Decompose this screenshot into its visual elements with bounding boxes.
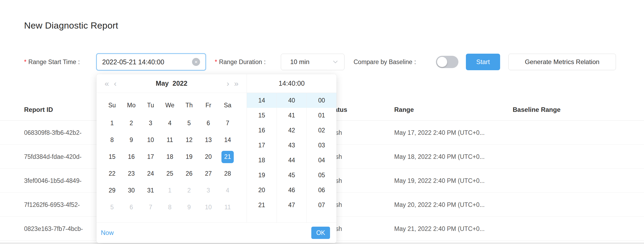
date-cell[interactable]: 13	[199, 132, 218, 148]
date-number: 20	[202, 151, 214, 163]
prev-month-button[interactable]: ‹	[114, 80, 117, 88]
compare-baseline-toggle[interactable]	[436, 56, 458, 68]
date-number: 1	[164, 184, 176, 197]
time-cell-hour[interactable]: 14	[247, 93, 277, 108]
time-cell-minute[interactable]: 40	[277, 93, 306, 108]
date-cell[interactable]: 1	[102, 115, 122, 132]
next-month-button[interactable]: ›	[227, 80, 229, 88]
calendar-panel: « ‹ May2022 › » SuMoTuWeThFrSa 123456789…	[97, 74, 247, 222]
date-cell[interactable]: 14	[218, 132, 237, 148]
weekday-label: We	[160, 99, 179, 111]
month-select[interactable]: May	[156, 80, 169, 87]
cell-report-id: 7f1262f6-6953-4f52-	[24, 201, 80, 208]
time-column-second: 0001020304050607	[306, 93, 336, 222]
date-cell[interactable]: 6	[122, 199, 141, 216]
time-cell-minute[interactable]: 44	[277, 153, 306, 168]
date-cell[interactable]: 17	[141, 148, 160, 165]
date-cell[interactable]: 19	[179, 148, 199, 165]
date-cell[interactable]: 8	[160, 199, 179, 216]
column-header-range: Range	[394, 106, 414, 113]
date-cell[interactable]: 4	[160, 115, 179, 132]
prev-year-button[interactable]: «	[105, 80, 109, 88]
date-cell[interactable]: 1	[160, 182, 179, 199]
date-cell[interactable]: 9	[179, 199, 199, 216]
cell-report-id: 068309f8-3fb6-42b2-	[24, 129, 82, 136]
date-cell[interactable]: 28	[218, 165, 237, 182]
time-cell-hour[interactable]: 15	[247, 108, 277, 123]
time-cell-second[interactable]: 02	[307, 123, 336, 138]
date-cell[interactable]: 26	[179, 165, 199, 182]
date-cell[interactable]: 15	[102, 148, 122, 165]
range-start-time-input[interactable]: 2022-05-21 14:40:00 ✕	[96, 53, 206, 70]
date-number: 3	[202, 184, 214, 197]
time-cell-second[interactable]: 06	[307, 183, 336, 198]
cell-range: May 20, 2022 2:40 PM (UTC+0...	[394, 201, 485, 208]
time-cell-hour[interactable]: 20	[247, 183, 277, 198]
now-link[interactable]: Now	[101, 229, 114, 237]
calendar-week-row: 2930311234	[102, 182, 247, 199]
date-cell[interactable]: 7	[141, 199, 160, 216]
date-cell[interactable]: 29	[102, 182, 122, 199]
date-number: 9	[183, 201, 195, 214]
time-cell-minute[interactable]: 47	[277, 198, 306, 212]
date-cell[interactable]: 25	[160, 165, 179, 182]
date-cell[interactable]: 2	[179, 182, 199, 199]
date-cell[interactable]: 11	[218, 199, 237, 216]
cell-report-id: 75fd384d-fdae-420d-	[24, 153, 82, 160]
date-cell[interactable]: 27	[199, 165, 218, 182]
date-cell[interactable]: 16	[122, 148, 141, 165]
date-cell-selected[interactable]: 21	[218, 148, 237, 165]
date-cell[interactable]: 8	[102, 132, 122, 148]
date-cell[interactable]: 10	[141, 132, 160, 148]
cell-range: May 19, 2022 2:40 PM (UTC+0...	[394, 177, 485, 184]
date-cell[interactable]: 30	[122, 182, 141, 199]
weekday-label: Tu	[141, 99, 160, 111]
date-cell[interactable]: 20	[199, 148, 218, 165]
time-cell-hour[interactable]: 18	[247, 153, 277, 168]
date-cell[interactable]: 5	[179, 115, 199, 132]
next-year-button[interactable]: »	[234, 80, 239, 88]
time-cell-second[interactable]: 07	[307, 198, 336, 212]
date-cell[interactable]: 10	[199, 199, 218, 216]
cell-report-id: 3fef0046-1b5d-4849-	[24, 177, 82, 184]
time-cell-minute[interactable]: 41	[277, 108, 306, 123]
ok-button[interactable]: OK	[311, 227, 330, 239]
date-cell[interactable]: 4	[218, 182, 237, 199]
date-cell[interactable]: 23	[122, 165, 141, 182]
time-cell-minute[interactable]: 42	[277, 123, 306, 138]
date-cell[interactable]: 11	[160, 132, 179, 148]
start-button[interactable]: Start	[466, 54, 500, 70]
date-cell[interactable]: 24	[141, 165, 160, 182]
generate-metrics-relation-button[interactable]: Generate Metrics Relation	[508, 54, 616, 70]
time-cell-minute[interactable]: 45	[277, 168, 306, 183]
date-cell[interactable]: 22	[102, 165, 122, 182]
date-cell[interactable]: 3	[141, 115, 160, 132]
date-cell[interactable]: 31	[141, 182, 160, 199]
date-cell[interactable]: 18	[160, 148, 179, 165]
time-cell-hour[interactable]: 16	[247, 123, 277, 138]
date-cell[interactable]: 6	[199, 115, 218, 132]
time-cell-hour[interactable]: 19	[247, 168, 277, 183]
time-cell-second[interactable]: 03	[307, 138, 336, 153]
date-cell[interactable]: 9	[122, 132, 141, 148]
time-cell-second[interactable]: 01	[307, 108, 336, 123]
time-cell-hour[interactable]: 17	[247, 138, 277, 153]
date-number: 3	[144, 117, 157, 129]
time-column-hour: 1415161718192021	[247, 93, 277, 222]
time-cell-second[interactable]: 05	[307, 168, 336, 183]
date-cell[interactable]: 7	[218, 115, 237, 132]
date-number: 1	[106, 117, 118, 129]
clear-icon[interactable]: ✕	[192, 58, 200, 66]
time-cell-minute[interactable]: 46	[277, 183, 306, 198]
range-start-time-label: * Range Start Time :	[24, 58, 80, 66]
time-cell-second[interactable]: 00	[307, 93, 336, 108]
date-cell[interactable]: 12	[179, 132, 199, 148]
date-cell[interactable]: 2	[122, 115, 141, 132]
year-select[interactable]: 2022	[172, 80, 187, 87]
date-cell[interactable]: 5	[102, 199, 122, 216]
date-cell[interactable]: 3	[199, 182, 218, 199]
range-duration-select[interactable]: 10 min	[281, 54, 344, 70]
time-cell-minute[interactable]: 43	[277, 138, 306, 153]
time-cell-second[interactable]: 04	[307, 153, 336, 168]
time-cell-hour[interactable]: 21	[247, 198, 277, 212]
